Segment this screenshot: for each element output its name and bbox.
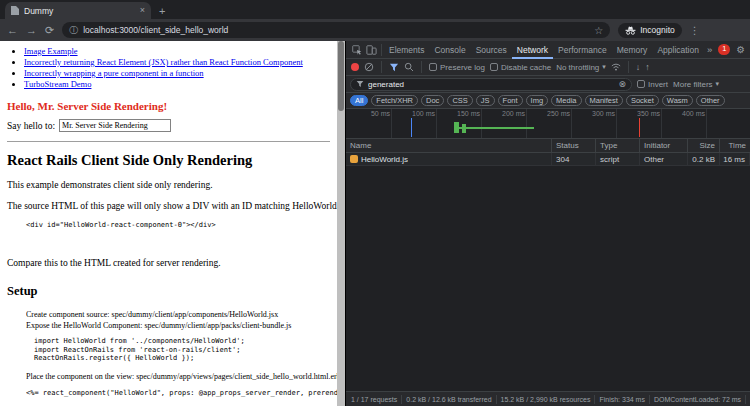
filter-text-field[interactable] bbox=[368, 80, 614, 89]
timeline-gridline: 300 ms bbox=[616, 109, 617, 138]
name-input[interactable] bbox=[59, 119, 171, 132]
divider bbox=[745, 395, 746, 404]
site-info-icon[interactable]: ⓘ bbox=[69, 24, 78, 37]
divider bbox=[594, 395, 595, 404]
divider bbox=[496, 395, 497, 404]
new-tab-button[interactable]: + bbox=[159, 5, 165, 19]
more-tabs-icon[interactable]: » bbox=[704, 44, 715, 55]
column-header-size[interactable]: Size bbox=[688, 139, 720, 152]
filter-input[interactable]: ⊗ bbox=[350, 78, 632, 91]
network-conditions-icon[interactable] bbox=[611, 63, 621, 71]
checkbox-icon[interactable] bbox=[490, 63, 498, 71]
clear-filter-icon[interactable]: ⊗ bbox=[618, 79, 626, 89]
export-har-icon[interactable]: ↑ bbox=[645, 62, 650, 72]
chip-wasm[interactable]: Wasm bbox=[662, 95, 693, 106]
page-link[interactable]: Image Example bbox=[24, 46, 78, 56]
timeline-gridline: 350 ms bbox=[661, 109, 662, 138]
checkbox-icon[interactable] bbox=[637, 80, 645, 88]
divider bbox=[628, 61, 629, 73]
preserve-log-checkbox[interactable]: Preserve log bbox=[429, 63, 485, 72]
column-header-time[interactable]: Time bbox=[720, 139, 750, 152]
column-header-initiator[interactable]: Initiator bbox=[640, 139, 688, 152]
error-count-badge[interactable]: 1 bbox=[718, 44, 730, 55]
chevron-down-icon: ▾ bbox=[602, 63, 606, 71]
timeline-gridline: 150 ms bbox=[481, 109, 482, 138]
divider bbox=[649, 395, 650, 404]
chip-img[interactable]: Img bbox=[526, 95, 549, 106]
request-initiator: Other bbox=[640, 153, 688, 165]
invert-checkbox[interactable]: Invert bbox=[637, 80, 668, 89]
page-scrollbar-thumb[interactable] bbox=[338, 41, 344, 111]
devtools-panel: Elements Console Sources Network Perform… bbox=[345, 41, 750, 406]
tab-title: Dummy bbox=[24, 6, 135, 16]
forward-icon[interactable]: → bbox=[26, 25, 37, 36]
filter-funnel-icon[interactable] bbox=[389, 63, 399, 72]
more-filters-select[interactable]: More filters ▾ bbox=[673, 80, 719, 89]
browser-menu-icon[interactable]: ⋮ bbox=[690, 25, 700, 36]
waterfall-bar bbox=[454, 127, 534, 129]
page-link[interactable]: Incorrectly returning React Element (JSX… bbox=[24, 57, 303, 67]
timeline-gridline: 250 ms bbox=[571, 109, 572, 138]
checkbox-icon[interactable] bbox=[429, 63, 437, 71]
request-size: 0.2 kB bbox=[688, 153, 720, 165]
list-item: Image Example bbox=[24, 46, 337, 57]
page-title: React Rails Client Side Only Rendering bbox=[7, 152, 337, 169]
import-har-icon[interactable]: ↓ bbox=[636, 62, 641, 72]
disable-cache-checkbox[interactable]: Disable cache bbox=[490, 63, 551, 72]
divider bbox=[381, 44, 382, 56]
tab-memory[interactable]: Memory bbox=[612, 41, 653, 59]
network-overview-timeline[interactable]: 50 ms 100 ms 150 ms 200 ms 250 ms 300 ms… bbox=[346, 109, 750, 139]
tab-elements[interactable]: Elements bbox=[384, 41, 429, 59]
chip-media[interactable]: Media bbox=[551, 95, 581, 106]
tab-network[interactable]: Network bbox=[512, 41, 553, 59]
clear-log-icon[interactable] bbox=[364, 62, 374, 72]
paragraph: The source HTML of this page will only s… bbox=[7, 201, 337, 211]
chip-all[interactable]: All bbox=[350, 95, 368, 106]
bookmark-star-icon[interactable]: ☆ bbox=[594, 25, 603, 36]
setup-steps: Place the component on the view: spec/du… bbox=[0, 371, 337, 382]
page-link-list: Image Example Incorrectly returning Reac… bbox=[0, 46, 337, 90]
column-header-status[interactable]: Status bbox=[552, 139, 596, 152]
settings-gear-icon[interactable]: ⚙ bbox=[733, 44, 748, 55]
page-link[interactable]: Incorrectly wrapping a pure component in… bbox=[24, 68, 204, 78]
chip-socket[interactable]: Socket bbox=[626, 95, 659, 106]
summary-finish: Finish: 334 ms bbox=[599, 396, 645, 403]
requests-table-header: Name Status Type Initiator Size Time bbox=[346, 139, 750, 153]
chip-fetch-xhr[interactable]: Fetch/XHR bbox=[371, 95, 418, 106]
say-hello-label: Say hello to: bbox=[7, 121, 55, 131]
browser-tab[interactable]: Dummy × bbox=[5, 2, 151, 19]
inspect-element-icon[interactable] bbox=[349, 41, 364, 59]
column-header-type[interactable]: Type bbox=[596, 139, 640, 152]
page-link[interactable]: TurboStream Demo bbox=[24, 79, 91, 89]
chip-manifest[interactable]: Manifest bbox=[585, 95, 623, 106]
back-icon[interactable]: ← bbox=[7, 25, 18, 36]
filter-funnel-icon bbox=[356, 80, 364, 88]
reload-icon[interactable]: ⟳ bbox=[45, 25, 54, 36]
throttling-select[interactable]: No throttling ▾ bbox=[556, 63, 606, 72]
tab-sources[interactable]: Sources bbox=[471, 41, 512, 59]
divider bbox=[7, 141, 330, 142]
device-toolbar-icon[interactable] bbox=[364, 41, 379, 59]
address-field[interactable]: ⓘ localhost:3000/client_side_hello_world… bbox=[62, 22, 610, 38]
url-text: localhost:3000/client_side_hello_world bbox=[83, 25, 589, 35]
divider bbox=[401, 395, 402, 404]
request-name: HelloWorld.js bbox=[361, 155, 408, 164]
chip-font[interactable]: Font bbox=[498, 95, 523, 106]
chip-doc[interactable]: Doc bbox=[421, 95, 444, 106]
divider bbox=[421, 61, 422, 73]
favicon-icon bbox=[11, 6, 19, 15]
tab-application[interactable]: Application bbox=[652, 41, 704, 59]
tab-console[interactable]: Console bbox=[429, 41, 470, 59]
table-row[interactable]: HelloWorld.js 304 script Other 0.2 kB 16… bbox=[346, 153, 750, 166]
column-header-name[interactable]: Name bbox=[346, 139, 552, 152]
tab-close-icon[interactable]: × bbox=[140, 6, 145, 15]
js-file-icon bbox=[350, 155, 358, 163]
record-button[interactable] bbox=[351, 63, 359, 71]
chip-js[interactable]: JS bbox=[476, 95, 495, 106]
chip-css[interactable]: CSS bbox=[447, 95, 472, 106]
search-icon[interactable] bbox=[404, 62, 414, 72]
tab-performance[interactable]: Performance bbox=[553, 41, 612, 59]
chip-other[interactable]: Other bbox=[696, 95, 725, 106]
load-event-marker bbox=[639, 118, 640, 137]
page-scrollbar[interactable] bbox=[337, 41, 345, 406]
